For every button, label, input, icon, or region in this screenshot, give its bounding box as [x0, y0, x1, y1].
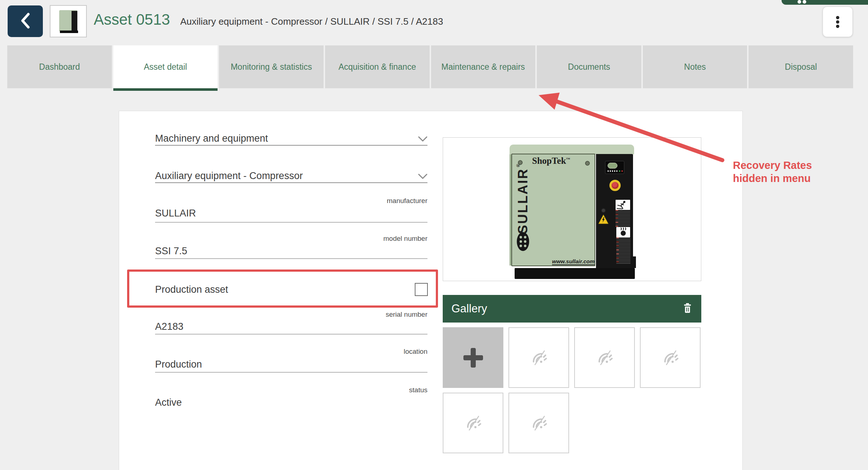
tab-bar: Dashboard Asset detail Monitoring & stat…: [7, 45, 853, 91]
image-unavailable-icon: [662, 348, 679, 367]
gallery-tile-empty[interactable]: [640, 327, 701, 388]
serial-number-label: serial number: [155, 311, 427, 319]
trash-icon[interactable]: [682, 303, 693, 315]
page-subtitle: Auxiliary equipment - Compressor / SULLA…: [180, 16, 443, 27]
category-underline: [155, 145, 427, 146]
page-title: Asset 0513: [94, 11, 170, 28]
product-image: ShopTek™ SULLAIR® www.sullair.com: [443, 137, 701, 281]
status-field[interactable]: Active: [155, 397, 182, 408]
location-label: location: [155, 348, 427, 356]
emergency-stop-button: [609, 180, 621, 191]
add-image-tile[interactable]: [443, 327, 503, 388]
model-number-underline: [155, 258, 427, 259]
manufacturer-label: manufacturer: [155, 197, 427, 205]
slip-hazard-sticker: [616, 200, 630, 210]
tab-asset-detail[interactable]: Asset detail: [113, 45, 218, 91]
tab-notes[interactable]: Notes: [643, 45, 747, 88]
subcategory-underline: [155, 182, 427, 183]
partial-glyph: [798, 0, 801, 4]
tab-maintenance-repairs[interactable]: Maintenance & repairs: [431, 45, 536, 88]
kebab-menu-icon: [836, 16, 839, 28]
status-label: status: [155, 386, 427, 394]
image-unavailable-icon: [596, 348, 613, 367]
tab-acquisition-finance[interactable]: Acquisition & finance: [325, 45, 430, 88]
shoptek-logo-text: ShopTek™: [532, 156, 576, 166]
image-unavailable-icon: [530, 348, 548, 367]
model-number-label: model number: [155, 235, 427, 243]
tab-monitoring-statistics[interactable]: Monitoring & statistics: [219, 45, 324, 88]
manufacturer-field[interactable]: SULLAIR: [155, 208, 196, 219]
gallery-tile-empty[interactable]: [508, 327, 569, 388]
back-button[interactable]: [8, 5, 43, 37]
location-underline: [155, 372, 427, 373]
chevron-down-icon[interactable]: [418, 173, 428, 180]
subcategory-dropdown[interactable]: Auxiliary equipment - Compressor: [155, 170, 303, 182]
manufacturer-underline: [155, 222, 427, 223]
gallery-tile-empty[interactable]: [574, 327, 635, 388]
chevron-down-icon[interactable]: [418, 136, 428, 142]
gallery-title: Gallery: [451, 302, 487, 315]
asset-thumbnail: [50, 5, 87, 37]
sullair-brand-text: SULLAIR®: [515, 172, 531, 234]
tab-dashboard[interactable]: Dashboard: [7, 45, 112, 88]
image-unavailable-icon: [530, 414, 548, 433]
tab-disposal[interactable]: Disposal: [749, 45, 853, 88]
sullair-globe-logo: [516, 231, 530, 252]
tab-documents[interactable]: Documents: [537, 45, 641, 88]
electrical-warning-icon: [598, 214, 609, 224]
partial-glyph: [803, 0, 806, 4]
gallery-grid: [443, 327, 708, 453]
page-header: Asset 0513 Auxiliary equipment - Compres…: [94, 11, 443, 28]
gallery-header: Gallery: [443, 295, 701, 323]
model-number-field[interactable]: SSI 7.5: [155, 246, 187, 257]
control-panel: [605, 161, 624, 174]
top-right-partial-button[interactable]: [782, 0, 868, 5]
asset-thumbnail-image: [55, 8, 82, 35]
gallery-tile-empty[interactable]: [508, 393, 569, 453]
warning-text-panel: [616, 210, 630, 227]
more-options-button[interactable]: [823, 7, 853, 37]
vapor-hazard-sticker: [616, 227, 630, 238]
location-field[interactable]: Production: [155, 359, 202, 370]
gallery-tile-empty[interactable]: [443, 393, 503, 453]
image-unavailable-icon: [465, 414, 482, 433]
warning-text-panel: [616, 238, 630, 264]
category-dropdown[interactable]: Machinery and equipment: [155, 133, 268, 144]
annotation-text: Recovery Rates hidden in menu: [733, 159, 812, 185]
chevron-left-icon: [18, 11, 33, 32]
serial-number-underline: [155, 334, 427, 335]
plus-icon: [463, 348, 483, 368]
sullair-website-text: www.sullair.com: [552, 258, 595, 265]
highlight-box-annotation: [127, 270, 438, 308]
serial-number-field[interactable]: A2183: [155, 321, 183, 332]
